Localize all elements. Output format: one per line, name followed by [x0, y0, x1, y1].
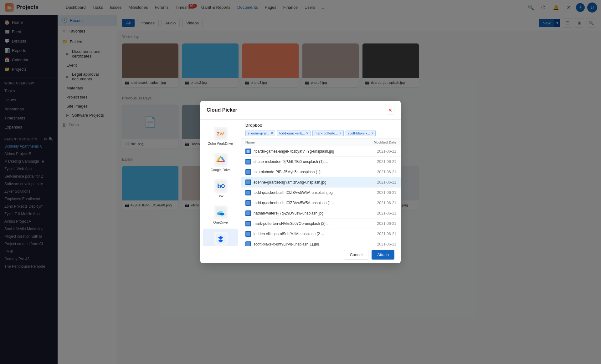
- file-row-0[interactable]: ricardo-gamez-angel-7bzbyafVTYg-unsplash…: [241, 146, 401, 157]
- cloud-picker-modal: Cloud Picker ✕ ZW Zoho WorkDrive: [200, 101, 401, 263]
- svg-text:W: W: [220, 131, 224, 136]
- zoho-icon: ZW: [214, 127, 228, 140]
- provider-onedrive[interactable]: OneDrive: [203, 202, 238, 227]
- file-row-1[interactable]: shane-mclendon-9jPJrfLTBi0-unsplash (1).…: [241, 157, 401, 167]
- active-provider-title: Dropbox: [245, 123, 396, 128]
- provider-dropbox[interactable]: Dropbox (4): [203, 229, 238, 246]
- file-row-9[interactable]: scott-blake-x-ghf9LjrVg-unsplash(1).jpg …: [241, 239, 401, 246]
- provider-box[interactable]: b Box: [203, 176, 238, 201]
- svg-point-14: [219, 211, 223, 213]
- tag-close-todd[interactable]: ×: [306, 131, 308, 135]
- file-row-4[interactable]: todd-quackenbush-lClZBVw5W5A-unsplash.jp…: [241, 188, 401, 198]
- file-row-8[interactable]: jeriden-villegas-niSnhfMjlMl-unsplash (2…: [241, 229, 401, 239]
- svg-rect-23: [246, 201, 250, 205]
- svg-rect-20: [246, 170, 250, 174]
- selected-tags: etienne-girar... × todd-quackenb... × ma…: [245, 130, 396, 136]
- cancel-button[interactable]: Cancel: [344, 250, 368, 260]
- provider-zoho[interactable]: ZW Zoho WorkDrive: [203, 124, 238, 149]
- tag-close-scott[interactable]: ×: [371, 131, 373, 135]
- dropbox-icon: [214, 232, 228, 245]
- modal-title: Cloud Picker: [207, 107, 237, 113]
- modal-close-button[interactable]: ✕: [386, 106, 394, 114]
- svg-point-13: [219, 213, 224, 215]
- onedrive-icon: [214, 205, 228, 219]
- tag-todd: todd-quackenb... ×: [277, 130, 311, 136]
- modal-body: ZW Zoho WorkDrive Google Drive: [200, 120, 401, 246]
- svg-rect-22: [246, 191, 250, 195]
- file-row-7[interactable]: mark-potterton-sNVkn3507Oo-unsplash (2).…: [241, 219, 401, 229]
- gdrive-icon: [214, 153, 228, 167]
- box-icon: b: [214, 179, 228, 193]
- tag-etienne: etienne-girar... ×: [245, 130, 275, 136]
- file-row-6[interactable]: nathan-waters-j7q-Z9DV3zw-unsplash.jpg 2…: [241, 208, 401, 219]
- files-table: Name Modified Date ricardo-gamez-angel-7…: [241, 139, 401, 246]
- svg-rect-25: [246, 222, 250, 225]
- svg-rect-24: [246, 211, 250, 215]
- file-row-2[interactable]: tolu-olubode-PIBsJ5Myb5c-unsplash (1);..…: [241, 167, 401, 177]
- modal-overlay[interactable]: Cloud Picker ✕ ZW Zoho WorkDrive: [0, 0, 601, 364]
- modal-footer: Cancel Attach: [200, 246, 401, 263]
- tag-close-mark[interactable]: ×: [339, 131, 342, 135]
- tag-scott: scott-blake-x... ×: [346, 130, 376, 136]
- modal-content-header: Dropbox etienne-girar... × todd-quackenb…: [241, 120, 401, 139]
- attach-button[interactable]: Attach: [372, 250, 394, 260]
- svg-text:b: b: [217, 183, 221, 190]
- file-row-5[interactable]: todd-quackenbush-lClZBVw5W5A-unsplash (1…: [241, 198, 401, 208]
- modal-file-content: Dropbox etienne-girar... × todd-quackenb…: [241, 120, 401, 246]
- svg-rect-26: [246, 232, 250, 236]
- svg-rect-19: [246, 160, 250, 164]
- file-row-3[interactable]: etienne-girardet-sgYamlzhAhg-unsplash.jp…: [241, 177, 401, 188]
- svg-rect-27: [246, 242, 250, 246]
- files-table-header: Name Modified Date: [241, 139, 401, 146]
- svg-rect-21: [246, 180, 250, 184]
- tag-close-etienne[interactable]: ×: [271, 131, 273, 135]
- svg-text:Z: Z: [217, 131, 220, 136]
- provider-gdrive[interactable]: Google Drive: [203, 150, 238, 175]
- modal-header: Cloud Picker ✕: [200, 101, 401, 120]
- tag-mark: mark-potterto... ×: [312, 130, 344, 136]
- cloud-providers-sidebar: ZW Zoho WorkDrive Google Drive: [200, 120, 241, 246]
